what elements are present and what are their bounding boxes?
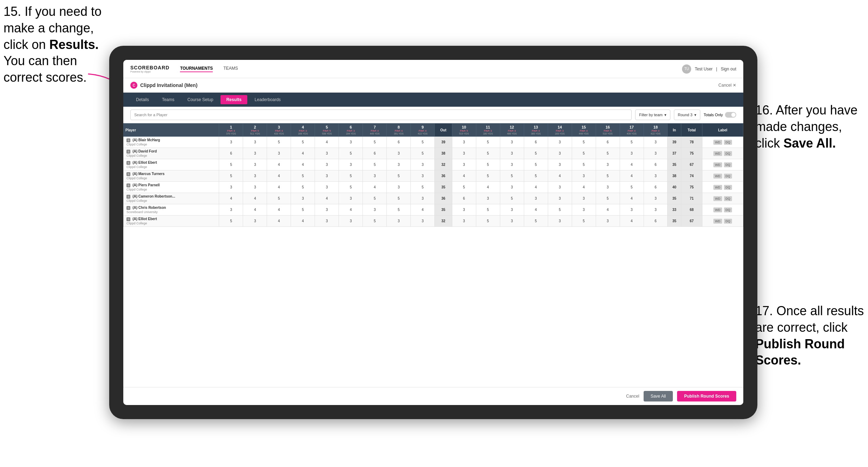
score-hole-5[interactable]: 4 [315,137,339,148]
dq-button[interactable]: DQ [724,219,732,224]
nav-tournaments[interactable]: TOURNAMENTS [180,66,213,72]
score-hole-2[interactable]: 4 [243,193,267,204]
score-hole-18[interactable]: 6 [644,159,668,170]
score-label[interactable]: WD DQ [702,159,743,170]
score-hole-15[interactable]: 3 [572,170,596,182]
score-hole-7[interactable]: 5 [363,159,387,170]
score-hole-10[interactable]: 3 [452,204,476,216]
round-dropdown[interactable]: Round 3 ▾ [674,110,700,120]
score-hole-6[interactable]: 5 [339,182,363,193]
nav-teams[interactable]: TEAMS [223,66,238,72]
score-hole-6[interactable]: 5 [339,148,363,159]
score-hole-17[interactable]: 5 [620,182,644,193]
score-label[interactable]: WD DQ [702,204,743,216]
score-hole-18[interactable]: 3 [644,204,668,216]
score-hole-10[interactable]: 3 [452,137,476,148]
score-hole-7[interactable]: 5 [363,216,387,227]
score-hole-14[interactable]: 3 [548,159,572,170]
score-hole-14[interactable]: 4 [548,170,572,182]
score-hole-14[interactable]: 3 [548,137,572,148]
score-hole-6[interactable]: 3 [339,193,363,204]
score-hole-17[interactable]: 5 [620,137,644,148]
score-hole-7[interactable]: 3 [363,170,387,182]
score-hole-11[interactable]: 5 [476,216,500,227]
score-hole-8[interactable]: 3 [387,159,411,170]
score-hole-9[interactable]: 3 [411,193,435,204]
score-hole-6[interactable]: 4 [339,204,363,216]
score-hole-5[interactable]: 3 [315,159,339,170]
score-hole-8[interactable]: 5 [387,193,411,204]
score-hole-16[interactable]: 5 [596,148,620,159]
score-hole-9[interactable]: 3 [411,159,435,170]
score-hole-3[interactable]: 4 [267,216,291,227]
score-hole-13[interactable]: 4 [524,182,548,193]
score-hole-6[interactable]: 5 [339,170,363,182]
score-hole-1[interactable]: 3 [219,137,243,148]
score-hole-7[interactable]: 3 [363,204,387,216]
score-hole-15[interactable]: 5 [572,159,596,170]
score-hole-4[interactable]: 5 [291,137,315,148]
score-hole-12[interactable]: 3 [500,137,524,148]
dq-button[interactable]: DQ [724,140,732,145]
score-hole-4[interactable]: 4 [291,216,315,227]
score-hole-12[interactable]: 5 [500,170,524,182]
score-hole-3[interactable]: 4 [267,159,291,170]
score-hole-8[interactable]: 3 [387,182,411,193]
score-hole-8[interactable]: 3 [387,148,411,159]
score-hole-3[interactable]: 4 [267,204,291,216]
dq-button[interactable]: DQ [724,174,732,179]
score-hole-1[interactable]: 3 [219,182,243,193]
score-label[interactable]: WD DQ [702,137,743,148]
score-hole-5[interactable]: 3 [315,148,339,159]
score-hole-8[interactable]: 5 [387,204,411,216]
publish-round-scores-button[interactable]: Publish Round Scores [677,391,736,401]
score-hole-16[interactable]: 6 [596,137,620,148]
score-hole-13[interactable]: 5 [524,170,548,182]
score-hole-3[interactable]: 4 [267,182,291,193]
score-hole-1[interactable]: 4 [219,193,243,204]
score-hole-15[interactable]: 4 [572,182,596,193]
score-hole-12[interactable]: 3 [500,148,524,159]
wd-button[interactable]: WD [713,219,722,224]
score-hole-18[interactable]: 6 [644,216,668,227]
score-label[interactable]: WD DQ [702,182,743,193]
tab-results[interactable]: Results [221,95,247,104]
score-hole-8[interactable]: 6 [387,137,411,148]
score-hole-18[interactable]: 3 [644,170,668,182]
wd-button[interactable]: WD [713,140,722,145]
wd-button[interactable]: WD [713,162,722,167]
wd-button[interactable]: WD [713,185,722,190]
wd-button[interactable]: WD [713,196,722,201]
score-hole-3[interactable]: 5 [267,193,291,204]
score-hole-14[interactable]: 5 [548,204,572,216]
score-hole-11[interactable]: 5 [476,148,500,159]
score-hole-14[interactable]: 3 [548,182,572,193]
score-hole-3[interactable]: 3 [267,148,291,159]
score-hole-13[interactable]: 4 [524,204,548,216]
score-hole-2[interactable]: 3 [243,148,267,159]
score-hole-5[interactable]: 4 [315,193,339,204]
score-hole-18[interactable]: 6 [644,182,668,193]
score-hole-10[interactable]: 3 [452,159,476,170]
cancel-x-button[interactable]: Cancel ✕ [718,83,736,88]
score-hole-2[interactable]: 4 [243,204,267,216]
score-hole-18[interactable]: 3 [644,148,668,159]
score-hole-17[interactable]: 3 [620,148,644,159]
score-label[interactable]: WD DQ [702,148,743,159]
score-hole-8[interactable]: 5 [387,170,411,182]
score-hole-12[interactable]: 5 [500,193,524,204]
score-hole-9[interactable]: 5 [411,182,435,193]
score-hole-13[interactable]: 5 [524,216,548,227]
score-hole-10[interactable]: 5 [452,182,476,193]
tab-course-setup[interactable]: Course Setup [182,95,219,104]
score-hole-1[interactable]: 6 [219,148,243,159]
score-hole-9[interactable]: 3 [411,170,435,182]
tab-teams[interactable]: Teams [156,95,180,104]
score-hole-17[interactable]: 4 [620,159,644,170]
score-hole-5[interactable]: 3 [315,182,339,193]
score-hole-9[interactable]: 5 [411,148,435,159]
score-label[interactable]: WD DQ [702,193,743,204]
score-hole-13[interactable]: 5 [524,148,548,159]
score-hole-6[interactable]: 3 [339,137,363,148]
score-hole-17[interactable]: 3 [620,204,644,216]
